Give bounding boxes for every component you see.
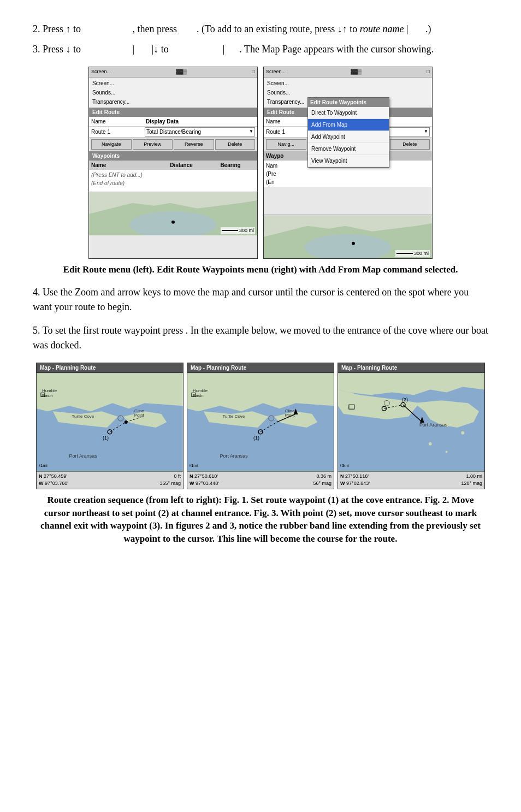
- svg-point-53: [461, 431, 464, 435]
- left-device-menu: Screen... Sounds... Transparency...: [89, 78, 257, 108]
- right-device: Screen... ▓▓▒ □ Screen... Sounds... Tran…: [263, 67, 433, 259]
- left-waypoint-press-ent: (Press ENT to add...): [91, 171, 255, 179]
- right-dropdown-add-waypoint[interactable]: Add Waypoint: [308, 131, 389, 143]
- svg-text:Point: Point: [285, 413, 295, 418]
- route-caption: Route creation sequence (from left to ri…: [37, 494, 484, 546]
- map-1-footer-right: 0 ft 355° mag: [110, 472, 183, 489]
- map-3-n-value: 27°50.116': [345, 473, 369, 479]
- right-scale-value: 300 mi: [414, 250, 429, 258]
- right-dropdown-add-from-map[interactable]: Add From Map: [308, 119, 389, 131]
- left-waypoint-end: (End of route): [91, 179, 255, 187]
- left-device-signal: ▓▓▒: [176, 68, 187, 76]
- left-col-name: Name: [91, 161, 157, 169]
- map-device-1: Map - Planning Route (1) Humble: [36, 363, 183, 489]
- left-form-name-row: Name Display Data: [89, 117, 257, 127]
- map-2-svg: (1) Humble Basin Turtle Cove Cline Point…: [187, 373, 334, 471]
- para2-text: 3. Press ↓ to | |↓ to | . The Map Page a…: [33, 42, 488, 57]
- right-wp-press: (Pre: [266, 170, 430, 178]
- left-menu-item-sounds: Sounds...: [92, 88, 254, 97]
- map-3-n-label: N: [340, 473, 344, 479]
- svg-point-55: [446, 451, 448, 453]
- map-1-w-label: W: [39, 481, 44, 486]
- right-map-scale: 300 mi: [395, 250, 430, 258]
- left-menu-item-transparency: Transparency...: [92, 97, 254, 106]
- screenshot-caption: Edit Route menu (left). Edit Route Waypo…: [33, 263, 488, 276]
- right-dropdown-title: Edit Route Waypoints: [308, 98, 389, 107]
- right-device-map: 300 mi: [264, 215, 432, 258]
- map-device-3: Map - Planning Route (2): [338, 363, 485, 489]
- left-scale-line: [222, 230, 238, 231]
- svg-text:1mi: 1mi: [191, 463, 198, 468]
- map-3-svg: (2) Port Aransas 3mi: [338, 373, 484, 471]
- svg-text:Point: Point: [134, 413, 145, 418]
- map-3-r1: 1.00 mi: [413, 473, 482, 481]
- left-device-power: □: [252, 68, 255, 76]
- left-form-route-row: Route 1 Total Distance/Bearing ▼: [89, 127, 257, 138]
- map-2-footer-left: N 27°50.610' W 97°03.448': [187, 472, 260, 489]
- map-2-n-value: 27°50.610': [194, 473, 218, 479]
- right-dropdown-remove[interactable]: Remove Waypoint: [308, 143, 389, 155]
- map-device-2-canvas: (1) Humble Basin Turtle Cove Cline Point…: [187, 373, 334, 471]
- left-waypoints-header: Waypoints: [89, 151, 257, 161]
- svg-text:Basin: Basin: [193, 393, 204, 398]
- svg-point-54: [429, 442, 432, 446]
- right-dropdown-direct[interactable]: Direct To Waypoint: [308, 107, 389, 119]
- map-1-footer-left: N 27°50.459' W 97°03.760': [37, 472, 110, 489]
- left-btn-preview[interactable]: Preview: [133, 139, 173, 150]
- left-col-bearing: Bearing: [206, 161, 255, 169]
- map-1-n-value: 27°50.459': [44, 473, 67, 479]
- right-device-power: □: [427, 68, 430, 76]
- left-section-edit-route: Edit Route: [89, 108, 257, 117]
- left-data-value: Total Distance/Bearing ▼: [145, 127, 255, 137]
- paragraph-3-block: 4. Use the Zoom and arrow keys to move t…: [33, 285, 488, 315]
- svg-text:Port Aransas: Port Aransas: [69, 453, 98, 458]
- svg-text:3mi: 3mi: [342, 463, 349, 468]
- svg-text:Turtle Cove: Turtle Cove: [223, 414, 245, 419]
- paragraph-1: 2. Press ↑ 2. Press ↑ to , then press . …: [33, 22, 488, 57]
- svg-text:Basin: Basin: [42, 393, 53, 398]
- right-dropdown-view[interactable]: View Waypoint: [308, 155, 389, 167]
- svg-text:(2): (2): [402, 397, 408, 402]
- map-2-r2: 56° mag: [263, 480, 331, 488]
- map-device-2-footer: N 27°50.610' W 97°03.448' 0.36 m 56° mag: [187, 471, 334, 489]
- right-btn-delete[interactable]: Delete: [390, 139, 430, 150]
- map-3-footer-right: 1.00 mi 120° mag: [411, 472, 484, 489]
- screenshots-row: Screen... ▓▓▒ □ Screen... Sounds... Tran…: [33, 67, 488, 259]
- map-device-1-title: Map - Planning Route: [37, 363, 183, 373]
- svg-text:(1): (1): [103, 435, 109, 441]
- right-device-signal: ▓▓▒: [351, 68, 362, 76]
- para1-text: 2. Press ↑ 2. Press ↑ to , then press . …: [33, 22, 488, 37]
- left-device-map: 300 mi: [89, 192, 257, 235]
- map-device-2: Map - Planning Route (1) Humble Basin: [187, 363, 334, 489]
- svg-point-3: [171, 221, 175, 224]
- right-dropdown-menu: Edit Route Waypoints Direct To Waypoint …: [307, 97, 389, 168]
- right-wp-end: (En: [266, 178, 430, 186]
- map-device-1-footer: N 27°50.459' W 97°03.760' 0 ft 355° mag: [37, 471, 183, 489]
- left-btn-navigate[interactable]: Navigate: [91, 139, 132, 150]
- left-name-label: Name: [91, 117, 146, 126]
- map-device-3-canvas: (2) Port Aransas 3mi: [338, 373, 484, 471]
- left-device-buttons: Navigate Preview Reverse Delete: [89, 138, 257, 152]
- left-menu-item-screen: Screen...: [92, 79, 254, 88]
- right-btn-navigate[interactable]: Navig...: [266, 139, 306, 150]
- para3-text: 4. Use the Zoom and arrow keys to move t…: [33, 285, 488, 315]
- svg-point-16: [125, 420, 128, 424]
- left-map-scale: 300 mi: [221, 227, 255, 235]
- left-btn-delete[interactable]: Delete: [215, 139, 256, 150]
- left-device-topbar: Screen... ▓▓▒ □: [89, 67, 257, 78]
- right-menu-sounds: Sounds...: [267, 88, 429, 97]
- left-btn-reverse[interactable]: Reverse: [174, 139, 214, 150]
- map-planning-row: Map - Planning Route (1) Humble: [33, 363, 488, 489]
- italic-route: route name: [360, 23, 404, 34]
- map-device-3-title: Map - Planning Route: [338, 363, 484, 373]
- right-device-title-left: Screen...: [266, 68, 286, 76]
- para4-text: 5. To set the first route waypoint press…: [33, 323, 488, 353]
- map-3-w-value: 97°02.643': [346, 481, 370, 486]
- map-1-r1: 0 ft: [112, 473, 181, 481]
- map-2-n-label: N: [190, 473, 193, 479]
- svg-point-7: [352, 242, 355, 245]
- svg-text:Port Aransas: Port Aransas: [220, 453, 248, 458]
- left-col-distance: Distance: [157, 161, 206, 169]
- left-device: Screen... ▓▓▒ □ Screen... Sounds... Tran…: [88, 67, 258, 259]
- map-1-n-label: N: [39, 473, 43, 479]
